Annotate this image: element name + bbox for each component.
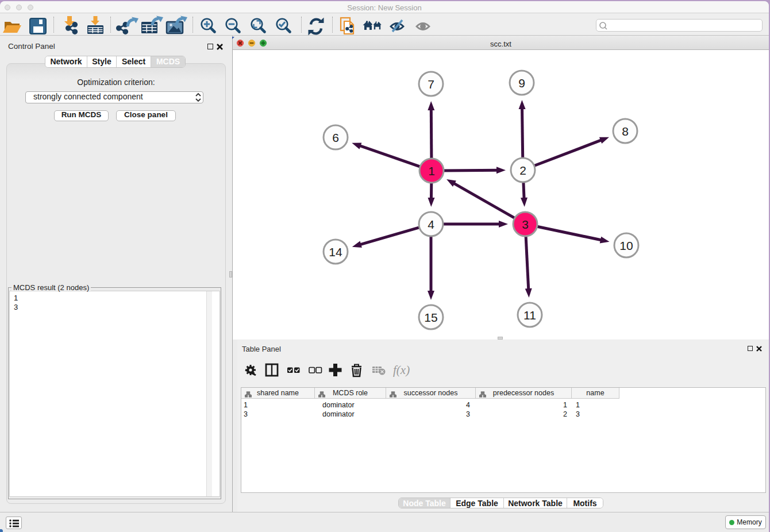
svg-text:11: 11 [523,309,536,322]
svg-text:14: 14 [329,245,342,259]
svg-text:6: 6 [332,131,339,144]
svg-text:f(x): f(x) [393,363,410,377]
svg-text:1: 1 [428,164,435,178]
svg-text:10: 10 [619,239,633,252]
svg-text:9: 9 [518,76,525,90]
svg-text:7: 7 [428,78,434,91]
svg-text:4: 4 [428,218,434,231]
svg-text:2: 2 [519,164,526,177]
svg-text:15: 15 [424,311,437,324]
svg-text:8: 8 [622,125,629,138]
svg-text:3: 3 [522,218,529,231]
